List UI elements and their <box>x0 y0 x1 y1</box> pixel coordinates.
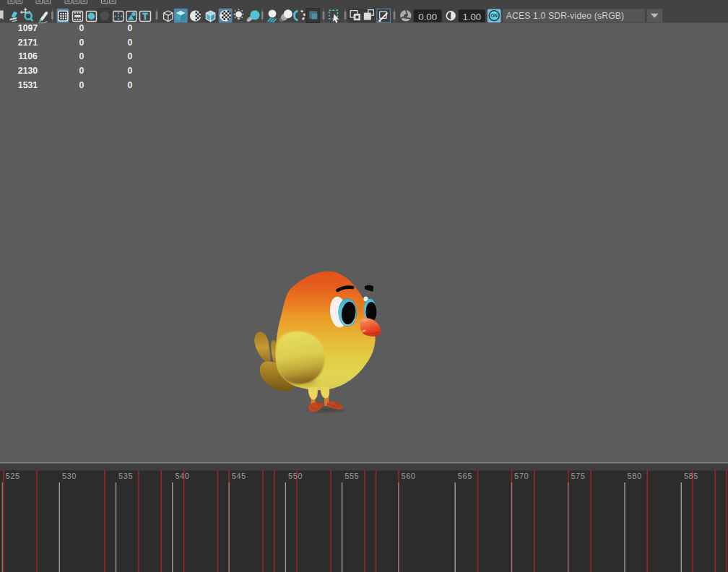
svg-text:1097: 1097 <box>18 23 38 33</box>
svg-text:585: 585 <box>684 472 698 480</box>
svg-text:535: 535 <box>118 472 133 480</box>
svg-text:0: 0 <box>79 66 84 76</box>
svg-text:555: 555 <box>344 472 359 480</box>
svg-text:0: 0 <box>128 80 133 90</box>
svg-text:0: 0 <box>79 23 84 33</box>
svg-text:ON: ON <box>490 13 498 18</box>
svg-text:0: 0 <box>128 66 133 76</box>
svg-text:545: 545 <box>232 472 246 480</box>
svg-text:0: 0 <box>128 23 133 33</box>
svg-text:2130: 2130 <box>18 66 38 76</box>
svg-text:2171: 2171 <box>18 38 38 48</box>
svg-text:540: 540 <box>175 472 189 480</box>
svg-text:1106: 1106 <box>18 51 38 61</box>
svg-text:580: 580 <box>628 472 642 480</box>
svg-text:560: 560 <box>402 472 416 480</box>
svg-text:550: 550 <box>288 472 303 480</box>
svg-text:530: 530 <box>62 472 77 480</box>
svg-text:525: 525 <box>6 472 20 480</box>
svg-text:565: 565 <box>458 472 472 480</box>
svg-text:0.00: 0.00 <box>418 12 437 22</box>
svg-text:1531: 1531 <box>18 80 38 90</box>
svg-text:0: 0 <box>128 51 133 61</box>
svg-text:0: 0 <box>79 38 84 48</box>
svg-text:575: 575 <box>571 472 585 480</box>
svg-text:1.00: 1.00 <box>462 12 481 22</box>
svg-text:0: 0 <box>79 51 84 61</box>
svg-text:0: 0 <box>128 38 133 48</box>
svg-text:0: 0 <box>79 80 84 90</box>
svg-text:570: 570 <box>514 472 529 480</box>
svg-text:ACES 1.0 SDR-video (sRGB): ACES 1.0 SDR-video (sRGB) <box>506 11 625 21</box>
